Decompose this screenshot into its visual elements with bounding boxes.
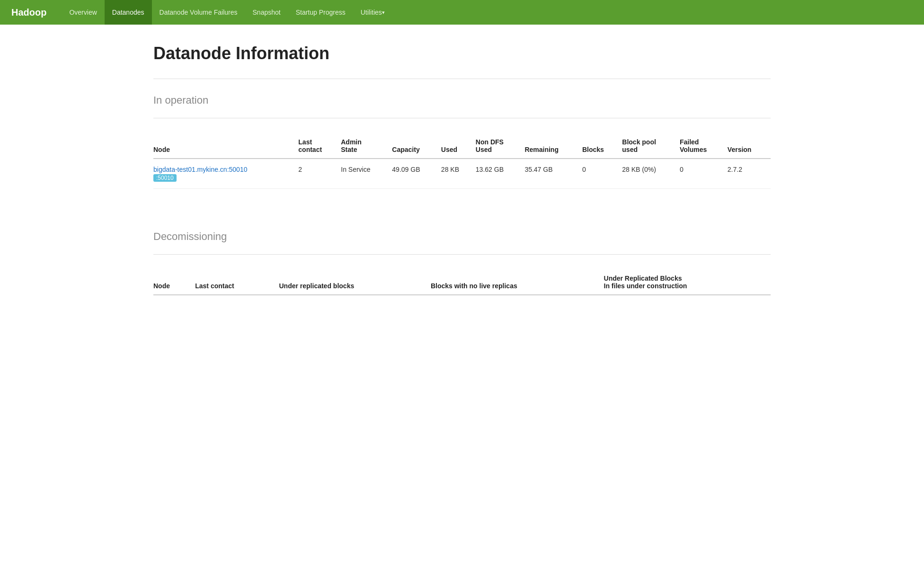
in-operation-table: Node Lastcontact AdminState Capacity Use… (153, 133, 771, 189)
decomissioning-col-no-live-replicas: Blocks with no live replicas (431, 270, 604, 295)
cell-admin-state: In Service (341, 159, 392, 189)
col-header-non-dfs-used: Non DFSUsed (476, 133, 525, 159)
col-header-remaining: Remaining (524, 133, 582, 159)
col-header-block-pool-used: Block poolused (622, 133, 680, 159)
cell-block-pool-used: 28 KB (0%) (622, 159, 680, 189)
col-header-node: Node (153, 133, 298, 159)
cell-capacity: 49.09 GB (392, 159, 441, 189)
decomissioning-divider (153, 254, 771, 255)
section-spacer-1 (153, 212, 771, 230)
brand-logo[interactable]: Hadoop (8, 7, 50, 18)
col-header-version: Version (728, 133, 771, 159)
decomissioning-table-container: Node Last contact Under replicated block… (153, 270, 771, 295)
node-hostname-link[interactable]: bigdata-test01.mykine.cn:50010 (153, 166, 247, 173)
col-header-failed-volumes: FailedVolumes (680, 133, 728, 159)
decomissioning-col-last-contact: Last contact (195, 270, 279, 295)
col-header-last-contact: Lastcontact (298, 133, 341, 159)
col-header-capacity: Capacity (392, 133, 441, 159)
page-title: Datanode Information (153, 44, 771, 63)
main-content: Datanode Information In operation Node L… (131, 25, 793, 337)
nav-datanode-volume-failures[interactable]: Datanode Volume Failures (152, 0, 245, 25)
cell-non-dfs-used: 13.62 GB (476, 159, 525, 189)
nav-snapshot[interactable]: Snapshot (245, 0, 288, 25)
cell-remaining: 35.47 GB (524, 159, 582, 189)
decomissioning-col-under-replicated-files: Under Replicated BlocksIn files under co… (604, 270, 771, 295)
nav-overview[interactable]: Overview (62, 0, 104, 25)
decomissioning-title: Decomissioning (153, 230, 771, 243)
in-operation-table-container: Node Lastcontact AdminState Capacity Use… (153, 133, 771, 189)
decomissioning-table-header-row: Node Last contact Under replicated block… (153, 270, 771, 295)
col-header-used: Used (441, 133, 476, 159)
cell-blocks: 0 (582, 159, 622, 189)
node-ip-badge: :50010 (153, 174, 177, 182)
cell-used: 28 KB (441, 159, 476, 189)
title-divider (153, 79, 771, 79)
table-row: bigdata-test01.mykine.cn:50010 :50010 2 … (153, 159, 771, 189)
decomissioning-col-under-replicated: Under replicated blocks (279, 270, 430, 295)
in-operation-table-header-row: Node Lastcontact AdminState Capacity Use… (153, 133, 771, 159)
nav-datanodes[interactable]: Datanodes (105, 0, 152, 25)
cell-node: bigdata-test01.mykine.cn:50010 :50010 (153, 159, 298, 189)
decomissioning-table: Node Last contact Under replicated block… (153, 270, 771, 295)
col-header-admin-state: AdminState (341, 133, 392, 159)
cell-last-contact: 2 (298, 159, 341, 189)
nav-startup-progress[interactable]: Startup Progress (288, 0, 353, 25)
cell-failed-volumes: 0 (680, 159, 728, 189)
in-operation-divider (153, 118, 771, 118)
navbar: Hadoop Overview Datanodes Datanode Volum… (0, 0, 924, 25)
decomissioning-col-node: Node (153, 270, 195, 295)
in-operation-title: In operation (153, 94, 771, 106)
col-header-blocks: Blocks (582, 133, 622, 159)
nav-utilities[interactable]: Utilities (353, 0, 392, 25)
cell-version: 2.7.2 (728, 159, 771, 189)
